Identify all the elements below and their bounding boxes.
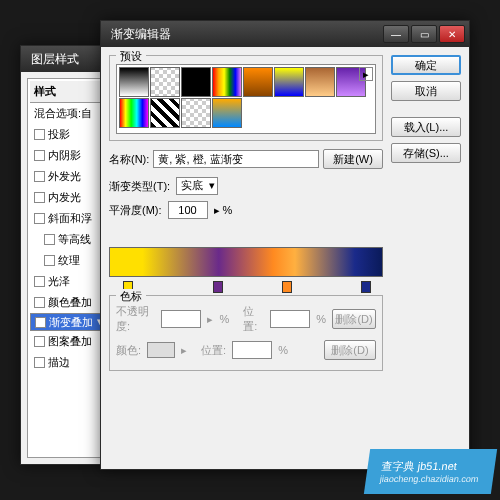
stops-fieldset: 色标 不透明度: ▸ % 位置: % 删除(D) 颜色: ▸ 位置:: [109, 295, 383, 371]
preset-swatch[interactable]: [119, 67, 149, 97]
gradient-name-input[interactable]: [153, 150, 319, 168]
checkbox[interactable]: [34, 213, 45, 224]
styles-header: 样式: [30, 81, 106, 103]
style-item[interactable]: 图案叠加: [30, 331, 106, 352]
opacity-location-label: 位置:: [243, 304, 264, 334]
preset-swatch[interactable]: [150, 67, 180, 97]
style-item-label: 等高线: [58, 232, 91, 247]
style-item-label: 投影: [48, 127, 70, 142]
styles-list: 样式 混合选项:自 投影内阴影外发光内发光斜面和浮等高线纹理光泽颜色叠加渐变叠加…: [27, 78, 109, 458]
gradient-editor-titlebar[interactable]: 渐变编辑器 — ▭ ✕: [101, 21, 469, 47]
checkbox[interactable]: [35, 317, 46, 328]
style-item[interactable]: 等高线: [30, 229, 106, 250]
style-item-label: 渐变叠加: [49, 315, 93, 330]
presets-label: 预设: [116, 49, 146, 64]
minimize-icon[interactable]: —: [383, 25, 409, 43]
style-item[interactable]: 光泽: [30, 271, 106, 292]
smoothness-label: 平滑度(M):: [109, 203, 162, 218]
delete-opacity-stop-button: 删除(D): [332, 309, 376, 329]
preset-swatch[interactable]: [274, 67, 304, 97]
color-well: [147, 342, 175, 358]
color-stop-label: 颜色:: [116, 343, 141, 358]
style-item[interactable]: 描边: [30, 352, 106, 373]
opacity-value-input: [161, 310, 201, 328]
gradient-settings: 渐变类型(T): 实底 平滑度(M): ▸ % 色标 不透明度: ▸ %: [109, 177, 383, 371]
style-item-label: 内阴影: [48, 148, 81, 163]
style-item[interactable]: 投影: [30, 124, 106, 145]
cancel-button[interactable]: 取消: [391, 81, 461, 101]
preset-swatch[interactable]: [212, 98, 242, 128]
style-item[interactable]: 内发光: [30, 187, 106, 208]
style-item-label: 描边: [48, 355, 70, 370]
presets-menu-icon[interactable]: ▸: [359, 67, 373, 81]
color-stop-handle[interactable]: [282, 281, 292, 293]
preset-swatch[interactable]: [243, 67, 273, 97]
checkbox[interactable]: [34, 129, 45, 140]
gradient-preview-bar[interactable]: [109, 247, 383, 277]
style-item-label: 内发光: [48, 190, 81, 205]
checkbox[interactable]: [44, 255, 55, 266]
style-item-label: 外发光: [48, 169, 81, 184]
watermark: 查字典 jb51.net jiaocheng.chazidian.com: [364, 449, 497, 494]
style-item[interactable]: 斜面和浮: [30, 208, 106, 229]
save-button[interactable]: 存储(S)...: [391, 143, 461, 163]
style-item-label: 光泽: [48, 274, 70, 289]
close-icon[interactable]: ✕: [439, 25, 465, 43]
style-item-label: 纹理: [58, 253, 80, 268]
color-stop-handle[interactable]: [213, 281, 223, 293]
style-item[interactable]: 纹理: [30, 250, 106, 271]
style-item[interactable]: 内阴影: [30, 145, 106, 166]
preset-swatch[interactable]: [181, 67, 211, 97]
color-stop-handle[interactable]: [361, 281, 371, 293]
opacity-stop-label: 不透明度:: [116, 304, 155, 334]
presets-grid: ▸: [116, 64, 376, 134]
checkbox[interactable]: [34, 171, 45, 182]
smooth-unit-dropdown[interactable]: ▸ %: [214, 204, 233, 217]
name-label: 名称(N):: [109, 152, 149, 167]
checkbox[interactable]: [44, 234, 55, 245]
new-button[interactable]: 新建(W): [323, 149, 383, 169]
preset-swatch[interactable]: [150, 98, 180, 128]
gradient-editor-window: 渐变编辑器 — ▭ ✕ 预设 ▸ 名称(N): 新建(W) 渐变类型(T):: [100, 20, 470, 470]
preset-swatch[interactable]: [181, 98, 211, 128]
style-item[interactable]: 颜色叠加: [30, 292, 106, 313]
checkbox[interactable]: [34, 276, 45, 287]
gradient-type-select[interactable]: 实底: [176, 177, 218, 195]
checkbox[interactable]: [34, 336, 45, 347]
style-item[interactable]: 外发光: [30, 166, 106, 187]
load-button[interactable]: 载入(L)...: [391, 117, 461, 137]
opacity-stops[interactable]: [109, 225, 383, 239]
checkbox[interactable]: [34, 150, 45, 161]
maximize-icon[interactable]: ▭: [411, 25, 437, 43]
checkbox[interactable]: [34, 297, 45, 308]
style-item-label: 图案叠加: [48, 334, 92, 349]
type-label: 渐变类型(T):: [109, 179, 170, 194]
preset-swatch[interactable]: [119, 98, 149, 128]
color-location-label: 位置:: [201, 343, 226, 358]
preset-swatch[interactable]: [212, 67, 242, 97]
color-stops[interactable]: [109, 281, 383, 295]
checkbox[interactable]: [34, 357, 45, 368]
preset-swatch[interactable]: [305, 67, 335, 97]
delete-color-stop-button: 删除(D): [324, 340, 376, 360]
opacity-location-input: [270, 310, 310, 328]
style-item-label: 斜面和浮: [48, 211, 92, 226]
color-location-input: [232, 341, 272, 359]
stops-legend: 色标: [116, 289, 146, 304]
smoothness-input[interactable]: [168, 201, 208, 219]
ok-button[interactable]: 确定: [391, 55, 461, 75]
checkbox[interactable]: [34, 192, 45, 203]
gradient-editor-title: 渐变编辑器: [105, 26, 383, 43]
blend-options-row[interactable]: 混合选项:自: [30, 103, 106, 124]
presets-group: 预设 ▸: [109, 55, 383, 141]
style-item[interactable]: 渐变叠加: [30, 313, 106, 331]
style-item-label: 颜色叠加: [48, 295, 92, 310]
